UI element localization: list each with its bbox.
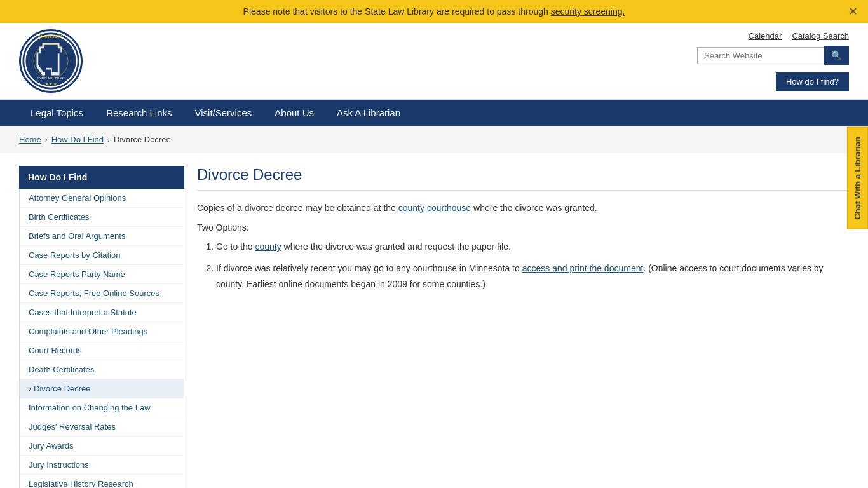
sidebar-link-legislative-history[interactable]: Legislative History Research bbox=[29, 479, 133, 488]
how-do-i-find-button[interactable]: How do I find? bbox=[776, 72, 849, 91]
sidebar-link-divorce-decree[interactable]: Divorce Decree bbox=[34, 384, 91, 393]
svg-text:★ ★ ★: ★ ★ ★ bbox=[45, 81, 57, 86]
county-courthouse-link[interactable]: county courthouse bbox=[398, 203, 471, 213]
sidebar-item-complaints[interactable]: Complaints and Other Pleadings bbox=[20, 322, 184, 341]
sidebar-link-jury-awards[interactable]: Jury Awards bbox=[29, 441, 74, 451]
sidebar-item-divorce-decree[interactable]: › Divorce Decree bbox=[20, 379, 184, 398]
breadcrumb-how-do-i-find[interactable]: How Do I Find bbox=[51, 135, 104, 144]
sidebar-link-death-certificates[interactable]: Death Certificates bbox=[29, 365, 94, 374]
sidebar-item-briefs[interactable]: Briefs and Oral Arguments bbox=[20, 227, 184, 246]
intro-text: Copies of a divorce decree may be obtain… bbox=[197, 203, 398, 213]
search-input[interactable] bbox=[697, 47, 824, 64]
logo-area: ★ ★ ★ MINNESOTA STATE LAW LIBRARY bbox=[19, 29, 83, 93]
sidebar-item-birth-certificates[interactable]: Birth Certificates bbox=[20, 208, 184, 227]
option-2: If divorce was relatively recent you may… bbox=[216, 261, 849, 292]
sidebar-item-attorney-general[interactable]: Attorney General Opinions bbox=[20, 189, 184, 208]
security-link[interactable]: security screening. bbox=[551, 6, 625, 17]
nav-about-us[interactable]: About Us bbox=[263, 100, 325, 126]
sidebar-link-case-reports-online[interactable]: Case Reports, Free Online Sources bbox=[29, 288, 159, 298]
nav-visit-services[interactable]: Visit/Services bbox=[184, 100, 264, 126]
option1-start: Go to the bbox=[216, 241, 255, 252]
close-alert-button[interactable]: ✕ bbox=[848, 4, 858, 18]
catalog-search-link[interactable]: Catalog Search bbox=[792, 31, 849, 41]
breadcrumb-home[interactable]: Home bbox=[19, 135, 41, 144]
sidebar-link-cases-interpret[interactable]: Cases that Interpret a Statute bbox=[29, 308, 137, 317]
two-options-label: Two Options: bbox=[197, 222, 849, 233]
intro-end: where the divorce was granted. bbox=[471, 203, 597, 213]
sidebar: How Do I Find Attorney General Opinions … bbox=[19, 166, 184, 488]
page-title: Divorce Decree bbox=[197, 166, 849, 191]
sidebar-link-birth-certificates[interactable]: Birth Certificates bbox=[29, 212, 89, 222]
alert-text: Please note that visitors to the State L… bbox=[243, 6, 551, 17]
option2-start: If divorce was relatively recent you may… bbox=[216, 263, 522, 273]
sidebar-link-complaints[interactable]: Complaints and Other Pleadings bbox=[29, 327, 147, 336]
svg-text:MINNESOTA: MINNESOTA bbox=[39, 34, 64, 39]
sidebar-link-court-records[interactable]: Court Records bbox=[29, 346, 82, 355]
nav-legal-topics[interactable]: Legal Topics bbox=[19, 100, 95, 126]
sidebar-item-case-reports-party[interactable]: Case Reports Party Name bbox=[20, 265, 184, 284]
search-row: 🔍 bbox=[697, 46, 849, 65]
main-nav: Legal Topics Research Links Visit/Servic… bbox=[0, 100, 868, 126]
sidebar-item-legislative-history[interactable]: Legislative History Research bbox=[20, 475, 184, 488]
chevron-icon: › bbox=[29, 384, 31, 393]
sidebar-link-jury-instructions[interactable]: Jury Instructions bbox=[29, 460, 89, 470]
options-list: Go to the county where the divorce was g… bbox=[216, 239, 849, 292]
sidebar-item-case-reports-online[interactable]: Case Reports, Free Online Sources bbox=[20, 284, 184, 303]
sidebar-list: Attorney General Opinions Birth Certific… bbox=[19, 189, 184, 488]
county-link[interactable]: county bbox=[255, 241, 281, 252]
calendar-link[interactable]: Calendar bbox=[749, 31, 782, 41]
sidebar-link-case-reports-party[interactable]: Case Reports Party Name bbox=[29, 269, 125, 279]
sidebar-item-judges-reversal[interactable]: Judges' Reversal Rates bbox=[20, 417, 184, 437]
option-1: Go to the county where the divorce was g… bbox=[216, 239, 849, 255]
sidebar-header: How Do I Find bbox=[19, 166, 184, 189]
alert-banner: Please note that visitors to the State L… bbox=[0, 0, 868, 23]
intro-paragraph: Copies of a divorce decree may be obtain… bbox=[197, 201, 849, 215]
option1-end: where the divorce was granted and reques… bbox=[281, 241, 511, 252]
sidebar-link-case-reports-citation[interactable]: Case Reports by Citation bbox=[29, 250, 121, 260]
sidebar-item-death-certificates[interactable]: Death Certificates bbox=[20, 360, 184, 379]
main-content: Divorce Decree Copies of a divorce decre… bbox=[197, 166, 849, 488]
breadcrumb-sep-2: › bbox=[107, 135, 110, 144]
sidebar-item-jury-instructions[interactable]: Jury Instructions bbox=[20, 456, 184, 475]
search-button[interactable]: 🔍 bbox=[824, 46, 849, 65]
breadcrumb-sep-1: › bbox=[45, 135, 48, 144]
logo: ★ ★ ★ MINNESOTA STATE LAW LIBRARY bbox=[19, 29, 83, 93]
sidebar-link-briefs[interactable]: Briefs and Oral Arguments bbox=[29, 231, 125, 241]
access-print-link[interactable]: access and print the document bbox=[522, 263, 644, 273]
breadcrumb-current: Divorce Decree bbox=[114, 135, 171, 144]
breadcrumb: Home › How Do I Find › Divorce Decree bbox=[0, 126, 868, 153]
chat-librarian-button[interactable]: Chat With a Librarian bbox=[847, 127, 868, 229]
sidebar-item-cases-interpret[interactable]: Cases that Interpret a Statute bbox=[20, 303, 184, 322]
sidebar-link-info-changing-law[interactable]: Information on Changing the Law bbox=[29, 403, 151, 412]
sidebar-link-attorney-general[interactable]: Attorney General Opinions bbox=[29, 193, 126, 203]
header: ★ ★ ★ MINNESOTA STATE LAW LIBRARY Calend… bbox=[0, 23, 868, 100]
logo-svg: ★ ★ ★ MINNESOTA STATE LAW LIBRARY bbox=[22, 32, 79, 90]
header-links: Calendar Catalog Search bbox=[749, 31, 849, 41]
sidebar-item-court-records[interactable]: Court Records bbox=[20, 341, 184, 360]
header-right: Calendar Catalog Search 🔍 How do I find? bbox=[697, 31, 849, 91]
sidebar-item-case-reports-citation[interactable]: Case Reports by Citation bbox=[20, 246, 184, 265]
sidebar-item-info-changing-law[interactable]: Information on Changing the Law bbox=[20, 398, 184, 417]
sidebar-link-judges-reversal[interactable]: Judges' Reversal Rates bbox=[29, 422, 116, 431]
content-wrapper: How Do I Find Attorney General Opinions … bbox=[0, 153, 868, 488]
nav-ask-librarian[interactable]: Ask A Librarian bbox=[325, 100, 412, 126]
nav-research-links[interactable]: Research Links bbox=[95, 100, 183, 126]
sidebar-item-jury-awards[interactable]: Jury Awards bbox=[20, 437, 184, 456]
